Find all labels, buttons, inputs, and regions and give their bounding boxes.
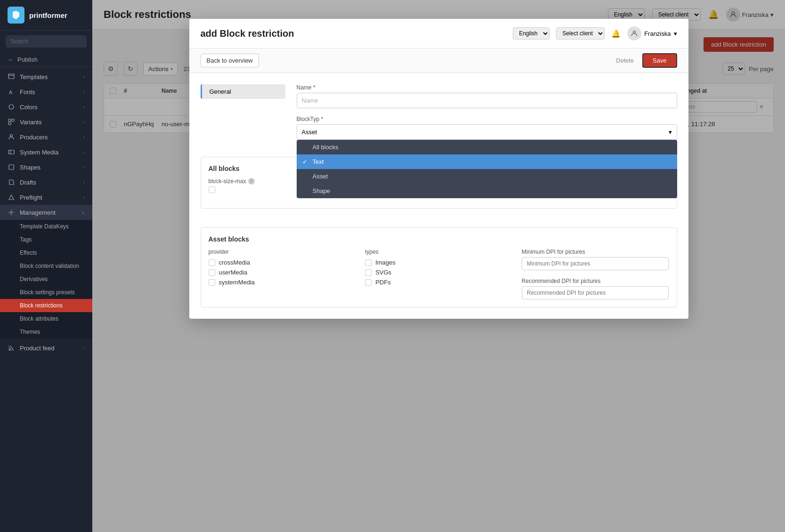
chevron-right-icon: › <box>83 195 85 200</box>
delete-button[interactable]: Delete <box>611 54 639 67</box>
sidebar-item-template-datakeys[interactable]: Template DataKeys <box>0 220 92 233</box>
type-images: Images <box>365 259 512 266</box>
sidebar-item-tags[interactable]: Tags <box>0 233 92 246</box>
svgs-checkbox[interactable] <box>365 269 372 276</box>
asset-blocks-title: Asset blocks <box>209 235 669 243</box>
type-svgs: SVGs <box>365 269 512 276</box>
sidebar-item-fonts[interactable]: A Fonts › <box>0 84 92 99</box>
svg-rect-0 <box>8 74 14 79</box>
dropdown-option-asset[interactable]: Asset <box>297 169 677 184</box>
sidebar-item-templates[interactable]: Templates › <box>0 69 92 84</box>
asset-grid: provider crossMedia userMedia systemMedi… <box>209 249 669 299</box>
fonts-icon: A <box>8 88 15 96</box>
sidebar-item-block-settings-presets[interactable]: Block settings presets <box>0 286 92 299</box>
save-button[interactable]: Save <box>642 53 677 68</box>
sidebar-item-themes[interactable]: Themes <box>0 325 92 339</box>
chevron-right-icon: › <box>83 105 85 110</box>
usermedia-checkbox[interactable] <box>209 269 215 276</box>
logo-icon <box>8 7 24 24</box>
sidebar-item-label: Fonts <box>20 89 35 96</box>
sidebar: printformer ← Publish Templates › A Font… <box>0 0 92 532</box>
sidebar-item-preflight[interactable]: Preflight › <box>0 190 92 205</box>
chevron-right-icon: › <box>83 74 85 80</box>
type-pdfs: PDFs <box>365 279 512 286</box>
rec-dpi-label: Recommended DPI for pictures <box>522 278 669 284</box>
rec-dpi-input[interactable] <box>522 286 669 299</box>
blocktyp-select[interactable]: Asset ▾ <box>297 124 677 140</box>
modal-chevron-down-icon: ▾ <box>674 30 677 37</box>
chevron-right-icon: › <box>83 346 85 351</box>
blocktyp-field-group: BlockTyp * Asset ▾ All blocks <box>297 116 677 140</box>
types-label: types <box>365 249 512 255</box>
dropdown-option-text[interactable]: ✓ Text <box>297 154 677 169</box>
sidebar-item-producers[interactable]: Producers › <box>0 129 92 145</box>
drafts-icon <box>8 178 15 186</box>
search-input[interactable] <box>6 35 87 48</box>
modal-client-select[interactable]: Select client <box>556 27 605 40</box>
sidebar-item-block-content-validation[interactable]: Block content validation <box>0 259 92 273</box>
images-checkbox[interactable] <box>365 259 372 266</box>
dropdown-option-shape[interactable]: Shape <box>297 184 677 198</box>
blocktyp-dropdown[interactable]: All blocks ✓ Text Asset <box>297 140 677 198</box>
sidebar-item-label: Producers <box>20 134 48 141</box>
block-size-max-help-icon[interactable]: ? <box>248 178 255 185</box>
sidebar-item-effects[interactable]: Effects <box>0 246 92 259</box>
asset-blocks-section: Asset blocks provider crossMedia userMed… <box>201 227 677 307</box>
provider-usermedia: userMedia <box>209 269 356 276</box>
name-label: Name * <box>297 84 677 91</box>
sidebar-item-derivatives[interactable]: Derivatives <box>0 273 92 286</box>
svg-point-11 <box>10 211 12 213</box>
form-section: General Name * BlockTyp * Asset <box>201 84 677 147</box>
sidebar-item-variants[interactable]: Variants › <box>0 114 92 129</box>
back-to-overview-button[interactable]: Back to overview <box>201 54 259 67</box>
chevron-right-icon: › <box>83 89 85 95</box>
publish-label: Publish <box>17 56 38 63</box>
types-column: types Images SVGs PDFs <box>365 249 512 299</box>
publish-nav[interactable]: ← Publish <box>0 52 92 67</box>
sidebar-item-label: Drafts <box>20 179 36 186</box>
preflight-icon <box>8 193 15 201</box>
svg-point-12 <box>9 349 10 351</box>
modal-bell-icon[interactable]: 🔔 <box>611 29 621 38</box>
svg-rect-4 <box>8 119 11 121</box>
sidebar-item-drafts[interactable]: Drafts › <box>0 175 92 190</box>
modal-header: add Block restriction English Select cli… <box>189 19 688 48</box>
arrow-left-icon: ← <box>8 56 14 63</box>
systemmedia-checkbox[interactable] <box>209 279 215 286</box>
sidebar-item-block-restrictions[interactable]: Block restrictions <box>0 299 92 312</box>
dropdown-option-all-blocks[interactable]: All blocks <box>297 140 677 154</box>
variants-icon <box>8 118 15 126</box>
modal-user-menu[interactable]: Franziska ▾ <box>627 26 677 40</box>
svg-rect-8 <box>8 150 14 154</box>
sidebar-item-label: Shapes <box>20 164 40 171</box>
chevron-right-icon: › <box>83 120 85 125</box>
svg-point-14 <box>633 31 636 33</box>
provider-systemmedia: systemMedia <box>209 279 356 286</box>
sidebar-item-label: Product feed <box>20 345 55 352</box>
sidebar-item-colors[interactable]: Colors › <box>0 99 92 114</box>
svg-point-3 <box>9 105 14 109</box>
templates-icon <box>8 73 15 81</box>
sidebar-item-block-attributes[interactable]: Block attributes <box>0 312 92 325</box>
sidebar-item-label: Management <box>20 209 56 216</box>
spacer <box>201 218 677 227</box>
sidebar-item-label: Colors <box>20 104 38 111</box>
sidebar-item-system-media[interactable]: System Media › <box>0 145 92 160</box>
product-feed-icon <box>8 344 15 352</box>
system-media-icon <box>8 148 15 156</box>
sidebar-item-shapes[interactable]: Shapes › <box>0 160 92 175</box>
producers-icon <box>8 133 15 141</box>
min-dpi-input[interactable] <box>522 257 669 270</box>
name-input[interactable] <box>297 93 677 108</box>
block-size-max-checkbox[interactable] <box>209 186 215 193</box>
crossmedia-checkbox[interactable] <box>209 259 215 266</box>
sidebar-item-label: System Media <box>20 149 58 156</box>
pdfs-checkbox[interactable] <box>365 279 372 286</box>
sidebar-item-product-feed[interactable]: Product feed › <box>0 340 92 355</box>
provider-column: provider crossMedia userMedia systemMedi… <box>209 249 356 299</box>
provider-crossmedia: crossMedia <box>209 259 356 266</box>
modal-language-select[interactable]: English <box>513 27 550 40</box>
logo-text: printformer <box>29 11 67 19</box>
sidebar-item-management[interactable]: Management ∨ <box>0 205 92 220</box>
general-tab[interactable]: General <box>201 84 285 99</box>
